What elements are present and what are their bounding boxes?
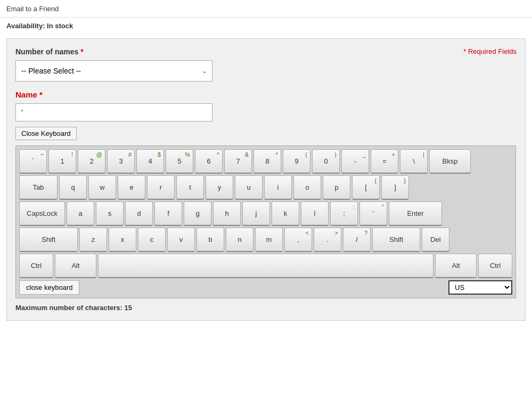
- key-alt-right[interactable]: Alt: [435, 254, 477, 278]
- select-wrapper[interactable]: -- Please Select -- 1 2 3 ⌄: [15, 60, 212, 82]
- keyboard-container: ~` !1 @2 #3 $4 %5 ^6 &7 *8 (9 )0 _- += |…: [15, 145, 516, 298]
- key-h[interactable]: h: [213, 201, 241, 226]
- key-w[interactable]: w: [88, 175, 116, 200]
- key-equals[interactable]: +=: [371, 149, 398, 174]
- keyboard-bottom-bar: close keyboard US: [19, 280, 512, 295]
- availability-value: In stock: [47, 22, 73, 30]
- key-m[interactable]: m: [255, 228, 283, 252]
- key-quote[interactable]: "': [359, 201, 387, 226]
- key-r[interactable]: r: [147, 175, 175, 200]
- key-b[interactable]: b: [197, 228, 224, 252]
- key-f[interactable]: f: [154, 201, 182, 226]
- key-q[interactable]: q: [59, 175, 87, 200]
- key-j[interactable]: j: [242, 201, 270, 226]
- key-0[interactable]: )0: [312, 149, 340, 174]
- key-k[interactable]: k: [272, 201, 299, 226]
- key-t[interactable]: t: [176, 175, 204, 200]
- key-a[interactable]: a: [67, 201, 94, 226]
- keyboard-row-5: Ctrl Alt Alt Ctrl: [19, 254, 512, 278]
- max-chars-info: Maximum number of characters: 15: [15, 304, 517, 312]
- key-p[interactable]: p: [323, 175, 350, 200]
- key-z[interactable]: z: [79, 228, 107, 252]
- key-s[interactable]: s: [96, 201, 124, 226]
- key-9[interactable]: (9: [283, 149, 310, 174]
- key-backspace[interactable]: Bksp: [429, 149, 471, 174]
- key-v[interactable]: v: [167, 228, 195, 252]
- max-chars-value: 15: [124, 304, 132, 312]
- key-minus[interactable]: _-: [341, 149, 369, 174]
- name-input[interactable]: [15, 103, 212, 121]
- required-star-name: *: [39, 90, 43, 99]
- name-label: Name *: [15, 90, 517, 99]
- key-capslock[interactable]: CapsLock: [19, 201, 65, 226]
- key-shift-right[interactable]: Shift: [372, 228, 420, 252]
- key-alt-left[interactable]: Alt: [55, 254, 96, 278]
- key-comma[interactable]: <,: [284, 228, 312, 252]
- key-6[interactable]: ^6: [195, 149, 223, 174]
- key-shift-left[interactable]: Shift: [19, 228, 78, 252]
- key-delete[interactable]: Del: [422, 228, 449, 252]
- close-keyboard-bottom-button[interactable]: close keyboard: [19, 280, 79, 295]
- key-2[interactable]: @2: [78, 149, 105, 174]
- key-space[interactable]: [98, 254, 433, 278]
- key-e[interactable]: e: [118, 175, 145, 200]
- key-g[interactable]: g: [184, 201, 211, 226]
- close-keyboard-top-button[interactable]: Close Keyboard: [15, 127, 77, 140]
- availability-bar: Availability: In stock: [0, 18, 532, 34]
- keyboard-row-3: CapsLock a s d f g h j k l :; "' Enter: [19, 201, 512, 226]
- key-ctrl-right[interactable]: Ctrl: [478, 254, 512, 278]
- key-5[interactable]: %5: [166, 149, 193, 174]
- key-period[interactable]: >.: [314, 228, 341, 252]
- number-of-names-select[interactable]: -- Please Select -- 1 2 3: [15, 60, 212, 82]
- required-star-names: *: [80, 47, 83, 56]
- key-semicolon[interactable]: :;: [330, 201, 358, 226]
- key-lbracket[interactable]: {[: [352, 175, 380, 200]
- keyboard-row-1: ~` !1 @2 #3 $4 %5 ^6 &7 *8 (9 )0 _- += |…: [19, 149, 512, 174]
- key-1[interactable]: !1: [48, 149, 76, 174]
- availability-label: Availability:: [6, 22, 45, 30]
- keyboard-row-2: Tab q w e r t y u i o p {[ }]: [19, 175, 512, 200]
- locale-select[interactable]: US: [448, 280, 512, 295]
- key-l[interactable]: l: [301, 201, 329, 226]
- key-7[interactable]: &7: [224, 149, 252, 174]
- key-backtick[interactable]: ~`: [19, 149, 47, 174]
- key-u[interactable]: u: [235, 175, 263, 200]
- key-ctrl-left[interactable]: Ctrl: [19, 254, 53, 278]
- key-o[interactable]: o: [293, 175, 321, 200]
- key-tab[interactable]: Tab: [19, 175, 58, 200]
- key-enter[interactable]: Enter: [389, 201, 442, 226]
- key-rbracket[interactable]: }]: [381, 175, 409, 200]
- form-container: * Required Fields Number of names * -- P…: [6, 38, 526, 321]
- required-fields-note: * Required Fields: [463, 47, 517, 55]
- key-3[interactable]: #3: [107, 149, 135, 174]
- key-slash[interactable]: ?/: [343, 228, 371, 252]
- key-i[interactable]: i: [264, 175, 292, 200]
- key-x[interactable]: x: [109, 228, 136, 252]
- key-n[interactable]: n: [226, 228, 253, 252]
- key-backslash[interactable]: |\: [400, 149, 428, 174]
- key-c[interactable]: c: [138, 228, 166, 252]
- key-d[interactable]: d: [125, 201, 153, 226]
- top-bar: Email to a Friend: [0, 0, 532, 18]
- keyboard-row-4: Shift z x c v b n m <, >. ?/ Shift Del: [19, 228, 512, 252]
- key-4[interactable]: $4: [136, 149, 164, 174]
- key-8[interactable]: *8: [253, 149, 281, 174]
- number-of-names-label: Number of names *: [15, 47, 517, 56]
- email-friend-link[interactable]: Email to a Friend: [6, 5, 59, 13]
- key-y[interactable]: y: [206, 175, 233, 200]
